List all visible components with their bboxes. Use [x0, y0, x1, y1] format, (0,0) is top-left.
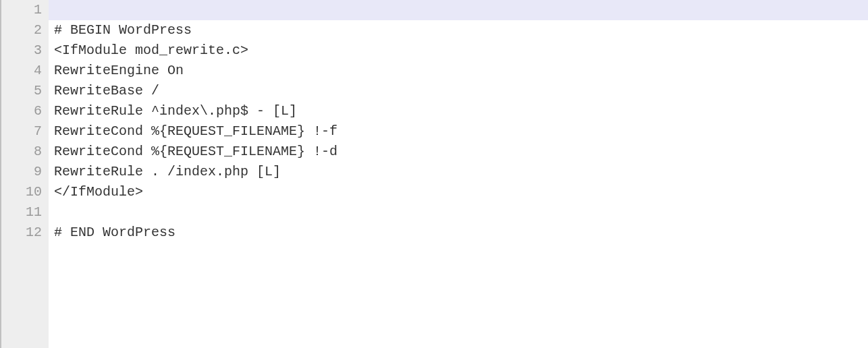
code-line[interactable]: RewriteCond %{REQUEST_FILENAME} !-f	[49, 121, 868, 142]
line-number: 2	[1, 20, 49, 40]
line-number: 3	[1, 40, 49, 61]
line-number: 7	[1, 121, 49, 142]
code-line[interactable]	[49, 0, 868, 20]
code-line[interactable]: RewriteRule ^index\.php$ - [L]	[49, 101, 868, 121]
line-number: 8	[1, 142, 49, 162]
line-number: 12	[1, 223, 49, 243]
code-editor[interactable]: 123456789101112 # BEGIN WordPress<IfModu…	[1, 0, 868, 348]
code-line[interactable]	[49, 202, 868, 223]
line-number: 5	[1, 81, 49, 101]
code-line[interactable]: # BEGIN WordPress	[49, 20, 868, 40]
code-line[interactable]: </IfModule>	[49, 182, 868, 202]
line-number: 6	[1, 101, 49, 121]
line-number: 4	[1, 61, 49, 81]
code-line[interactable]: # END WordPress	[49, 223, 868, 243]
line-number: 1	[1, 0, 49, 20]
code-line[interactable]: <IfModule mod_rewrite.c>	[49, 40, 868, 61]
code-line[interactable]: RewriteBase /	[49, 81, 868, 101]
code-line[interactable]: RewriteRule . /index.php [L]	[49, 162, 868, 182]
line-number: 11	[1, 202, 49, 223]
code-line[interactable]: RewriteCond %{REQUEST_FILENAME} !-d	[49, 142, 868, 162]
code-line[interactable]: RewriteEngine On	[49, 61, 868, 81]
line-number: 10	[1, 182, 49, 202]
line-number-gutter: 123456789101112	[1, 0, 49, 348]
code-area[interactable]: # BEGIN WordPress<IfModule mod_rewrite.c…	[49, 0, 868, 348]
line-number: 9	[1, 162, 49, 182]
